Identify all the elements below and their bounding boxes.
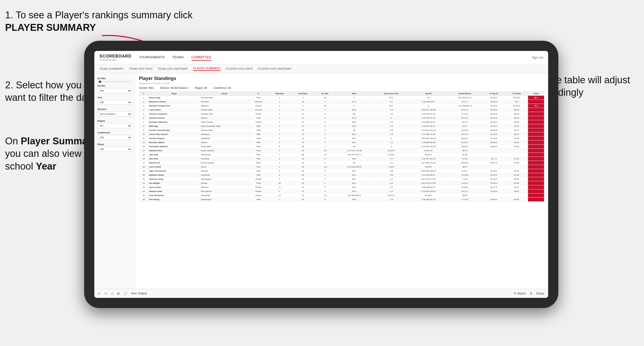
table-row[interactable]: 9Preston SummerhaysArizona StateThird324… bbox=[139, 128, 544, 132]
table-row[interactable]: 8Mats EgeEast Tennessee StateFifth124268… bbox=[139, 124, 544, 128]
col-avg-sg: Avg SG bbox=[409, 92, 447, 96]
col-no-rds: No. Rds. bbox=[315, 92, 335, 96]
table-update: Update time: 27/03/2024 16:56:26 bbox=[139, 82, 544, 85]
player-select[interactable]: (All) bbox=[97, 147, 132, 152]
table-row[interactable]: 1Wenyi DingArizona StateFirst1115167.1-3… bbox=[139, 96, 544, 100]
table-row[interactable]: 3Michael ThorbjornsenStanfordFourth22160… bbox=[139, 104, 544, 108]
table-row[interactable]: 19Tiger ChristensenArizonaThird523269.2-… bbox=[139, 169, 544, 173]
table-row[interactable]: 14Maxwell FordNorth CarolinaThird323-0.5… bbox=[139, 149, 544, 153]
col-reg-rank: Reg Rank bbox=[268, 92, 291, 96]
nav-tournaments[interactable]: TOURNAMENTS bbox=[139, 54, 165, 61]
col-points: Points bbox=[528, 92, 544, 96]
tablet-screen: SCOREBOARD Powered by dipd TOURNAMENTS T… bbox=[94, 51, 548, 298]
table-row[interactable]: 15Jake HallTennesseeFifth788-1.51.66 377… bbox=[139, 153, 544, 157]
view-original[interactable]: View: Original bbox=[131, 292, 147, 295]
division-label: Division bbox=[97, 108, 132, 110]
main-content: No Rds. Gender Men Year (All) Division N… bbox=[94, 73, 548, 289]
tablet-frame: SCOREBOARD Powered by dipd TOURNAMENTS T… bbox=[84, 41, 558, 308]
col-conf-rank: Conf Rank bbox=[291, 92, 315, 96]
table-title: Player Standings bbox=[139, 76, 544, 81]
logo-area: SCOREBOARD Powered by dipd bbox=[99, 54, 132, 61]
table-row[interactable]: 13Phichakun MaichonTexas A&MThird630169-… bbox=[139, 145, 544, 149]
anno1-bold: PLAYER SUMMARY bbox=[5, 22, 96, 33]
subnav-player-summary[interactable]: PLAYER SUMMARY bbox=[193, 67, 221, 71]
filter-gender: Gender: Men bbox=[139, 87, 154, 89]
table-row[interactable]: 6Jackson KoivunAuburnFirst127667.3-22.72… bbox=[139, 116, 544, 120]
year-label: Year bbox=[97, 96, 132, 99]
share-btn[interactable]: Share bbox=[536, 292, 544, 295]
table-row[interactable]: 10Jacob Skov OlesenArkansasFifth323068.4… bbox=[139, 132, 544, 136]
anno2b-prefix: On bbox=[5, 136, 21, 146]
table-row[interactable]: 20Matthew RiedelVanderbiltFifth623169.1-… bbox=[139, 173, 544, 177]
filter-division: Division: NCAA Division I bbox=[160, 87, 188, 89]
subnav-player-h2h-heatmap[interactable]: PLAYER H2H HEATMAP bbox=[258, 67, 292, 70]
table-area: Player Standings Update time: 27/03/2024… bbox=[135, 73, 548, 289]
gender-label: Gender bbox=[97, 85, 132, 87]
table-row[interactable]: 26Petr HrubyWashingtonFifth725068.6-1.81… bbox=[139, 198, 544, 202]
anno2b-bold2: Year bbox=[36, 161, 56, 172]
col-vs25: Vs Top 25 bbox=[482, 92, 505, 96]
copy-btn[interactable]: ⊞ bbox=[117, 292, 120, 295]
table-filters: Gender: Men Division: NCAA Division I Re… bbox=[139, 87, 544, 89]
anno1-text: 1. To see a Player's rankings summary cl… bbox=[5, 10, 192, 20]
col-adj-score: Adj. Score to Par bbox=[373, 92, 409, 96]
sign-out-link[interactable]: Sign out bbox=[532, 56, 543, 59]
nav-bar: SCOREBOARD Powered by dipd TOURNAMENTS T… bbox=[94, 51, 548, 64]
table-row[interactable]: 5Christo LamprechtGeorgia TechFourth2212… bbox=[139, 112, 544, 116]
table-row[interactable]: 16Alex GoffKentuckyFifth819068.3-1.71.92… bbox=[139, 157, 544, 161]
conference-select[interactable]: (All) bbox=[97, 135, 132, 140]
watch-btn[interactable]: 👁 Watch bbox=[513, 292, 526, 295]
logo-sub: Powered by dipd bbox=[99, 59, 132, 61]
nav-teams[interactable]: TEAMS bbox=[172, 54, 184, 61]
no-rds-slider[interactable] bbox=[97, 81, 132, 82]
table-header: Player Standings Update time: 27/03/2024… bbox=[139, 76, 544, 85]
nav-items: TOURNAMENTS TEAMS COMMITTEE bbox=[139, 54, 532, 61]
table-row[interactable]: 12Brendan ValdesAuburnFifth537068.4-1.11… bbox=[139, 141, 544, 145]
col-overall: Overall Record bbox=[447, 92, 482, 96]
table-row[interactable]: 4Luke ClatonFlorida StateSecond127268.2-… bbox=[139, 108, 544, 112]
redo-btn[interactable]: ↪ bbox=[105, 292, 107, 295]
anno2-text: 2. Select how you want to filter the dat… bbox=[5, 80, 95, 103]
undo-btn[interactable]: ↩ bbox=[98, 292, 101, 295]
table-row[interactable]: 25Cole SherwoodVanderbiltFourth1223-1.21… bbox=[139, 193, 544, 198]
table-row[interactable]: 24Bastien AmatNew MexicoFourth127269.4-1… bbox=[139, 189, 544, 193]
col-player: Player bbox=[148, 92, 200, 96]
filter-region: Region: All bbox=[195, 87, 207, 89]
no-rds-label: No Rds. bbox=[97, 77, 132, 80]
clock-btn[interactable]: 🕐 bbox=[123, 292, 127, 295]
nav-right: Sign out bbox=[532, 56, 543, 59]
division-select[interactable]: NCAA Division I bbox=[97, 112, 132, 117]
conference-label: Conference bbox=[97, 131, 132, 134]
col-vs50: Vs Top 50 bbox=[505, 92, 528, 96]
col-school: School bbox=[200, 92, 249, 96]
col-num: # bbox=[139, 92, 148, 96]
year-select[interactable]: (All) bbox=[97, 100, 132, 105]
table-row[interactable]: 23Jack LundinMissouriFourth1124066.3-2.3… bbox=[139, 185, 544, 189]
sub-nav: TEAM SUMMARY TEAM H2H GRID TEAM H2H HEAT… bbox=[94, 64, 548, 73]
subnav-player-h2h-grid[interactable]: PLAYER H2H GRID bbox=[226, 67, 253, 70]
table-row[interactable]: 18Luke PowellUCLAFirst424-1.81.13 500-15… bbox=[139, 165, 544, 169]
subnav-team-h2h-heatmap[interactable]: TEAM H2H HEATMAP bbox=[158, 67, 188, 70]
table-row[interactable]: 22Ian GilliganFloridaThird1024168.7-0.81… bbox=[139, 181, 544, 185]
col-wins: Wins bbox=[335, 92, 373, 96]
nav-committee[interactable]: COMMITTEE bbox=[191, 54, 211, 61]
logo-title: SCOREBOARD bbox=[99, 54, 132, 59]
table-row[interactable]: 21Taehoon SongWashingtonFourth123169.2-1… bbox=[139, 177, 544, 181]
table-row[interactable]: 7Nicholas GabrelcikNorth FloridaFourth12… bbox=[139, 120, 544, 124]
gender-select[interactable]: Men bbox=[97, 88, 132, 93]
player-label: Player bbox=[97, 143, 132, 146]
subnav-team-summary[interactable]: TEAM SUMMARY bbox=[99, 67, 124, 70]
filter-conference: Conference: All bbox=[213, 87, 231, 89]
sidebar: No Rds. Gender Men Year (All) Division N… bbox=[94, 73, 135, 289]
region-label: Region bbox=[97, 120, 132, 122]
table-row[interactable]: 11Gordon SargentVanderbiltThird421068.7-… bbox=[139, 136, 544, 141]
data-table: # Player School Yr Reg Rank Conf Rank No… bbox=[139, 91, 544, 202]
table-row[interactable]: 2Michael La SassoOle MissSecond118067.1-… bbox=[139, 100, 544, 104]
table-row[interactable]: 17David FordNorth CarolinaThird919069-0.… bbox=[139, 161, 544, 165]
region-select[interactable]: N/A bbox=[97, 123, 132, 128]
annotation-1: 1. To see a Player's rankings summary cl… bbox=[5, 9, 204, 34]
subnav-team-h2h-grid[interactable]: TEAM H2H GRID bbox=[129, 67, 153, 70]
export-btn[interactable]: ⬆ bbox=[530, 292, 532, 295]
bottom-bar: ↩ ↪ ◁ ⊞ 🕐 View: Original 👁 Watch ⬆ Share bbox=[94, 289, 548, 298]
back-btn[interactable]: ◁ bbox=[111, 292, 113, 295]
